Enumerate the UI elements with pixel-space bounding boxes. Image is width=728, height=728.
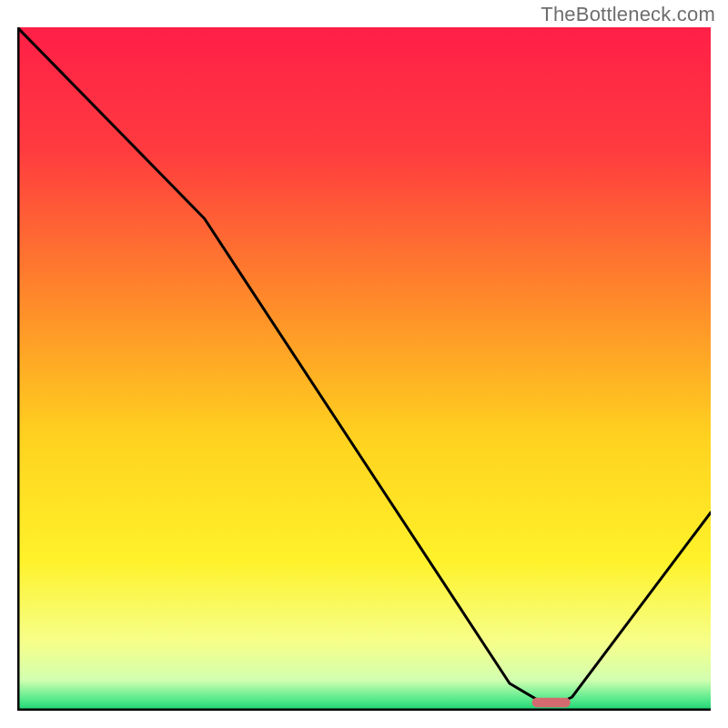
chart-container [17, 27, 711, 711]
bottleneck-chart [17, 27, 711, 711]
chart-background [17, 27, 711, 711]
watermark-text: TheBottleneck.com [541, 3, 715, 26]
optimal-marker [532, 698, 571, 708]
